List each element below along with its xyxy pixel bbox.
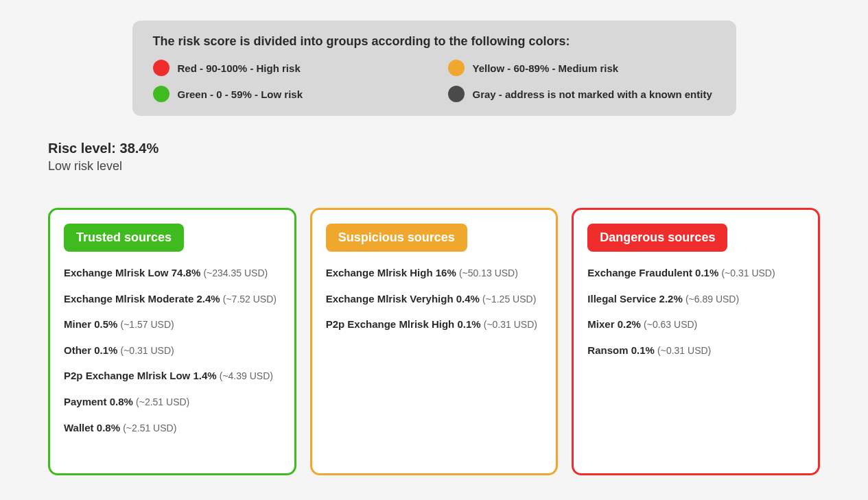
list-item-main: Exchange Mlrisk Moderate 2.4% [64,293,223,305]
legend-item-label: Yellow - 60-89% - Medium risk [473,62,619,74]
list-item: Illegal Service 2.2% (~6.89 USD) [587,291,804,307]
list-item: Other 0.1% (~0.31 USD) [64,343,281,358]
list-item: Exchange Mlrisk High 16% (~50.13 USD) [326,265,543,281]
suspicious-sources-card: Suspicious sources Exchange Mlrisk High … [310,208,559,475]
list-item-main: Miner 0.5% [64,318,121,330]
list-item-sub: (~234.35 USD) [203,267,268,278]
gray-dot-icon [448,86,465,102]
red-dot-icon [153,60,169,76]
list-item-sub: (~0.31 USD) [721,267,775,278]
legend-item-yellow: Yellow - 60-89% - Medium risk [448,60,716,76]
list-item-main: Exchange Mlrisk Low 74.8% [64,267,203,278]
trusted-sources-card: Trusted sources Exchange Mlrisk Low 74.8… [48,208,296,475]
list-item: Exchange Fraudulent 0.1% (~0.31 USD) [587,265,804,281]
list-item-sub: (~0.63 USD) [644,319,697,330]
list-item-main: Illegal Service 2.2% [587,293,685,305]
list-item-sub: (~1.57 USD) [121,319,174,330]
trusted-card-header: Trusted sources [64,224,184,252]
list-item: P2p Exchange Mlrisk Low 1.4% (~4.39 USD) [64,368,281,383]
list-item: Ransom 0.1% (~0.31 USD) [587,343,804,358]
dangerous-items-list: Exchange Fraudulent 0.1% (~0.31 USD)Ille… [587,265,804,357]
list-item: Mixer 0.2% (~0.63 USD) [587,317,804,332]
legend-item-label: Gray - address is not marked with a know… [473,88,712,100]
legend-item-green: Green - 0 - 59% - Low risk [153,86,421,102]
list-item-main: Exchange Mlrisk Veryhigh 0.4% [326,293,482,305]
legend-title: The risk score is divided into groups ac… [153,34,716,49]
list-item-sub: (~2.51 USD) [136,396,189,407]
list-item-main: P2p Exchange Mlrisk High 0.1% [326,318,484,330]
trusted-items-list: Exchange Mlrisk Low 74.8% (~234.35 USD)E… [64,265,281,435]
list-item: Miner 0.5% (~1.57 USD) [64,317,281,332]
list-item-sub: (~2.51 USD) [123,422,176,433]
list-item: Payment 0.8% (~2.51 USD) [64,394,281,409]
risk-level-value: Risc level: 38.4% [48,141,820,156]
list-item-main: Mixer 0.2% [587,318,644,330]
list-item-sub: (~6.89 USD) [685,294,739,305]
list-item: Exchange Mlrisk Veryhigh 0.4% (~1.25 USD… [326,291,543,307]
legend-items: Red - 90-100% - High risk Yellow - 60-89… [153,60,716,102]
list-item-main: Exchange Fraudulent 0.1% [587,267,721,278]
list-item-main: Ransom 0.1% [587,344,657,356]
list-item: Exchange Mlrisk Moderate 2.4% (~7.52 USD… [64,291,281,307]
list-item-main: P2p Exchange Mlrisk Low 1.4% [64,370,220,381]
list-item-sub: (~0.31 USD) [121,345,174,356]
list-item-sub: (~4.39 USD) [220,370,273,381]
list-item-main: Payment 0.8% [64,396,136,407]
legend-item-red: Red - 90-100% - High risk [153,60,421,76]
legend-item-gray: Gray - address is not marked with a know… [448,86,716,102]
list-item-sub: (~7.52 USD) [223,294,277,305]
list-item-main: Exchange Mlrisk High 16% [326,267,459,278]
risk-level-label: Low risk level [48,159,820,174]
green-dot-icon [153,86,169,102]
dangerous-card-header: Dangerous sources [587,224,727,252]
list-item: Wallet 0.8% (~2.51 USD) [64,420,281,436]
list-item-sub: (~50.13 USD) [459,267,518,278]
list-item-sub: (~0.31 USD) [657,345,711,356]
dangerous-sources-card: Dangerous sources Exchange Fraudulent 0.… [572,208,820,475]
suspicious-items-list: Exchange Mlrisk High 16% (~50.13 USD)Exc… [326,265,543,332]
list-item-sub: (~0.31 USD) [484,319,537,330]
list-item-main: Other 0.1% [64,344,121,356]
list-item-main: Wallet 0.8% [64,422,123,433]
list-item: Exchange Mlrisk Low 74.8% (~234.35 USD) [64,265,281,281]
legend-item-label: Red - 90-100% - High risk [178,62,301,74]
risk-level-block: Risc level: 38.4% Low risk level [48,141,820,174]
yellow-dot-icon [448,60,465,76]
list-item-sub: (~1.25 USD) [482,294,536,305]
cards-row: Trusted sources Exchange Mlrisk Low 74.8… [48,208,820,475]
legend-item-label: Green - 0 - 59% - Low risk [178,88,303,100]
list-item: P2p Exchange Mlrisk High 0.1% (~0.31 USD… [326,317,543,332]
suspicious-card-header: Suspicious sources [326,224,467,252]
legend-box: The risk score is divided into groups ac… [132,21,736,116]
